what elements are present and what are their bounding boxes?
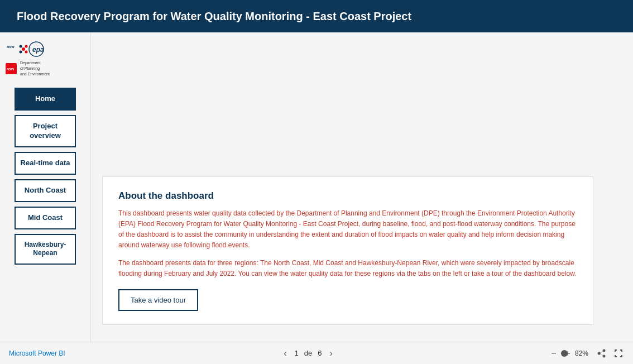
svg-text:nsw: nsw: [7, 45, 15, 49]
nav-btn-home[interactable]: Home: [15, 88, 76, 111]
header-title: Flood Recovery Program for Water Quality…: [17, 10, 411, 23]
page-prev-button[interactable]: ‹: [281, 347, 289, 360]
zoom-slider-thumb[interactable]: [561, 350, 568, 357]
take-video-tour-button[interactable]: Take a video tour: [118, 289, 198, 311]
fullscreen-icon[interactable]: [613, 348, 624, 359]
sidebar: nsw epa NSW Department: [0, 32, 91, 342]
nav-buttons: Home Project overview Real-time data Nor…: [0, 82, 90, 270]
svg-point-5: [25, 51, 28, 54]
zoom-out-icon[interactable]: −: [551, 348, 556, 358]
content-area: About the dashboard This dashboard prese…: [91, 32, 633, 342]
page-current: 1: [295, 349, 299, 357]
svg-text:epa: epa: [32, 46, 44, 54]
svg-point-3: [22, 47, 25, 51]
page-next-button[interactable]: ›: [327, 347, 334, 360]
epa-logo: nsw epa: [6, 41, 61, 58]
zoom-percent: 82%: [575, 349, 588, 357]
logo-area: nsw epa NSW Department: [0, 38, 90, 82]
bottom-bar: Microsoft Power BI ‹ 1 de 6 › − + 82%: [0, 342, 633, 364]
bottom-right-controls: − + 82%: [551, 348, 624, 359]
nav-btn-project-overview[interactable]: Project overview: [15, 115, 76, 147]
about-card: About the dashboard This dashboard prese…: [102, 176, 593, 325]
card-paragraph-1: This dashboard presents water quality da…: [118, 208, 577, 251]
share-icon[interactable]: [596, 348, 607, 359]
pagination: ‹ 1 de 6 ›: [281, 347, 335, 360]
zoom-controls: − + 82%: [551, 348, 588, 358]
dept-text: Department of Planning and Environment: [20, 60, 50, 76]
bottom-icons: [596, 348, 624, 359]
svg-point-6: [20, 45, 22, 48]
card-paragraph-2: The dashboard presents data for three re…: [118, 258, 577, 279]
page-total: 6: [318, 349, 322, 357]
nsw-logo: NSW Department of Planning and Environme…: [6, 60, 50, 76]
nav-btn-north-coast[interactable]: North Coast: [15, 179, 76, 202]
main-layout: nsw epa NSW Department: [0, 32, 633, 342]
power-bi-link[interactable]: Microsoft Power BI: [9, 349, 65, 357]
app-header: Flood Recovery Program for Water Quality…: [0, 0, 633, 32]
nsw-waratah-icon: NSW: [6, 63, 17, 74]
nav-btn-real-time-data[interactable]: Real-time data: [15, 152, 76, 175]
svg-text:NSW: NSW: [7, 68, 15, 71]
card-title: About the dashboard: [118, 190, 577, 202]
nav-btn-mid-coast[interactable]: Mid Coast: [15, 207, 76, 229]
nav-btn-hawkesbury-nepean[interactable]: Hawkesbury-Nepean: [15, 234, 76, 265]
epa-logo-svg: nsw epa: [6, 41, 61, 58]
svg-point-7: [20, 51, 22, 54]
page-separator: de: [304, 349, 312, 357]
svg-point-4: [25, 45, 28, 48]
